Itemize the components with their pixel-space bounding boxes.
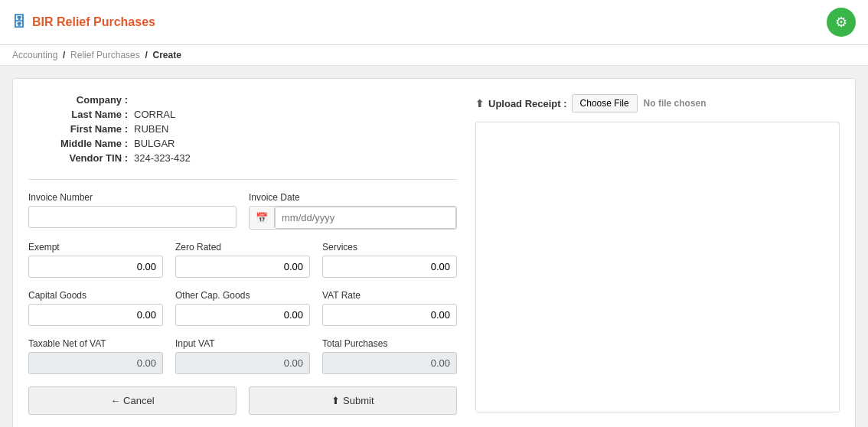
- db-icon: 🗄: [12, 15, 26, 31]
- submit-button[interactable]: ⬆ Submit: [249, 386, 457, 415]
- other-cap-goods-group: Other Cap. Goods: [175, 290, 310, 326]
- services-group: Services: [322, 242, 457, 278]
- exempt-label: Exempt: [28, 242, 163, 253]
- zero-rated-label: Zero Rated: [175, 242, 310, 253]
- vendor-info: Company : Last Name : CORRAL First Name …: [28, 94, 457, 180]
- cancel-button[interactable]: ← Cancel: [28, 386, 237, 415]
- button-row: ← Cancel ⬆ Submit: [28, 386, 457, 415]
- vat-rate-input[interactable]: [322, 304, 457, 326]
- taxable-net-value: 0.00: [28, 352, 163, 374]
- upload-receipt-section: ⬆ Upload Receipt : Choose File No file c…: [475, 94, 840, 112]
- input-vat-group: Input VAT 0.00: [175, 338, 310, 374]
- upload-icon: ⬆: [475, 98, 484, 109]
- breadcrumb-relief-purchases[interactable]: Relief Purchases: [70, 50, 140, 60]
- input-vat-value: 0.00: [175, 352, 310, 374]
- other-cap-goods-input[interactable]: [175, 304, 310, 326]
- exempt-group: Exempt: [28, 242, 163, 278]
- middle-name-value: BULGAR: [134, 138, 175, 149]
- invoice-number-label: Invoice Number: [28, 192, 237, 203]
- input-vat-label: Input VAT: [175, 338, 310, 349]
- breadcrumb-current: Create: [152, 50, 181, 60]
- invoice-number-input[interactable]: [28, 206, 237, 228]
- zero-rated-group: Zero Rated: [175, 242, 310, 278]
- app-title: 🗄 BIR Relief Purchases: [12, 15, 155, 31]
- gear-icon: ⚙: [835, 14, 847, 31]
- last-name-value: CORRAL: [134, 109, 175, 120]
- other-cap-goods-label: Other Cap. Goods: [175, 290, 310, 301]
- services-input[interactable]: [322, 256, 457, 278]
- middle-name-label: Middle Name :: [28, 138, 128, 149]
- total-purchases-value: 0.00: [322, 352, 457, 374]
- last-name-label: Last Name :: [28, 109, 128, 120]
- taxable-net-label: Taxable Net of VAT: [28, 338, 163, 349]
- invoice-number-group: Invoice Number: [28, 192, 237, 230]
- total-purchases-group: Total Purchases 0.00: [322, 338, 457, 374]
- top-bar: 🗄 BIR Relief Purchases ⚙: [0, 0, 868, 45]
- vat-rate-label: VAT Rate: [322, 290, 457, 301]
- gear-button[interactable]: ⚙: [827, 8, 856, 37]
- capital-goods-label: Capital Goods: [28, 290, 163, 301]
- taxable-net-group: Taxable Net of VAT 0.00: [28, 338, 163, 374]
- capital-goods-input[interactable]: [28, 304, 163, 326]
- upload-receipt-label: Upload Receipt :: [488, 98, 567, 109]
- capital-goods-group: Capital Goods: [28, 290, 163, 326]
- date-input-wrapper: 📅: [249, 206, 457, 230]
- invoice-date-group: Invoice Date 📅: [249, 192, 457, 230]
- invoice-date-label: Invoice Date: [249, 192, 457, 203]
- app-title-text: BIR Relief Purchases: [32, 15, 155, 29]
- breadcrumb-sep1: /: [63, 50, 65, 60]
- left-panel: Company : Last Name : CORRAL First Name …: [28, 94, 457, 415]
- calendar-icon[interactable]: 📅: [250, 207, 275, 228]
- exempt-input[interactable]: [28, 256, 163, 278]
- no-file-text: No file chosen: [644, 98, 706, 109]
- breadcrumb-sep2: /: [145, 50, 147, 60]
- breadcrumb: Accounting / Relief Purchases / Create: [0, 45, 868, 66]
- vendor-tin-value: 324-323-432: [134, 152, 191, 164]
- receipt-preview: [475, 122, 840, 412]
- choose-file-button[interactable]: Choose File: [572, 94, 638, 112]
- vendor-tin-label: Vendor TIN :: [28, 152, 128, 164]
- zero-rated-input[interactable]: [175, 256, 310, 278]
- total-purchases-label: Total Purchases: [322, 338, 457, 349]
- breadcrumb-accounting[interactable]: Accounting: [12, 50, 57, 60]
- company-label: Company :: [28, 94, 128, 106]
- vat-rate-group: VAT Rate: [322, 290, 457, 326]
- first-name-value: RUBEN: [134, 123, 169, 135]
- services-label: Services: [322, 242, 457, 253]
- invoice-date-input[interactable]: [275, 207, 456, 229]
- first-name-label: First Name :: [28, 123, 128, 135]
- right-panel: ⬆ Upload Receipt : Choose File No file c…: [475, 94, 840, 415]
